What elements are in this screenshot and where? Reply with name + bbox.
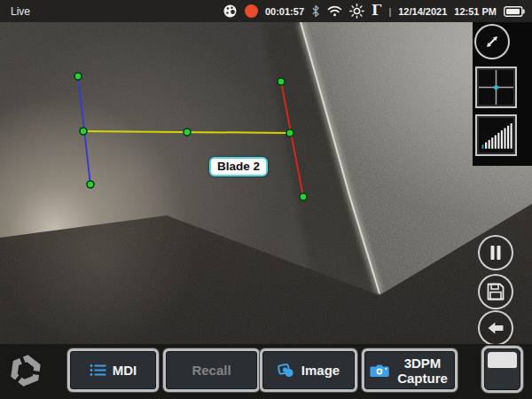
back-icon [484,317,507,340]
save-button[interactable] [478,274,513,309]
measurement-point[interactable] [184,129,191,136]
3dpm-capture-button[interactable]: 3DPM Capture [362,348,458,392]
measurement-point[interactable] [300,193,307,200]
zoom-bars-icon [478,117,514,153]
zoom-level-button[interactable] [475,114,517,156]
status-bar: Live 00:01:57 [0,0,532,22]
status-date: 12/14/2021 [398,6,447,17]
gamma-symbol[interactable]: Γ [372,4,381,18]
measurement-point[interactable] [278,78,285,85]
crosshair-center-dot [494,85,498,90]
status-time: 12:51 PM [454,6,497,17]
3dpm-capture-button-label: 3DPM Capture [395,356,450,386]
mdi-button[interactable]: MDI [67,348,159,392]
expand-icon [479,28,505,55]
measurement-point[interactable] [286,129,293,137]
crosshair-button[interactable] [475,66,517,108]
brightness-icon[interactable] [349,4,364,19]
back-button[interactable] [478,310,513,346]
image-button-label: Image [301,363,340,378]
photos-icon [278,363,295,379]
bottom-toolbar: MDI Recall Image [0,344,532,399]
live-video-view[interactable]: Blade 2 [0,22,532,399]
measurement-point[interactable] [87,181,94,188]
status-indicators: 00:01:57 [223,4,525,19]
palette-icon[interactable] [223,4,238,19]
image-button[interactable]: Image [260,348,357,392]
measurement-label[interactable]: Blade 2 [209,157,268,176]
mdi-button-label: MDI [113,363,137,378]
waygate-logo [7,352,44,389]
pause-button[interactable] [478,235,513,270]
save-icon [485,281,506,302]
video-scene [0,22,532,399]
record-time: 00:01:57 [265,6,304,17]
camera-icon [370,363,389,378]
status-divider: | [388,6,391,17]
list-icon [90,364,106,377]
borescope-screen: Live 00:01:57 [0,0,532,399]
live-label: Live [11,5,30,18]
measurement-point[interactable] [74,73,82,80]
recall-button[interactable]: Recall [163,348,260,392]
crosshair-icon [479,70,513,105]
expand-view-button[interactable] [474,24,510,59]
battery-icon [504,6,525,17]
recall-button-label: Recall [192,363,231,378]
panel-toggle-icon [484,348,520,390]
wifi-icon[interactable] [327,5,342,17]
panel-toggle-button[interactable] [481,346,523,393]
record-indicator [245,4,258,18]
measurement-point[interactable] [80,128,87,135]
pause-icon [485,242,506,263]
bluetooth-icon[interactable] [311,4,320,18]
